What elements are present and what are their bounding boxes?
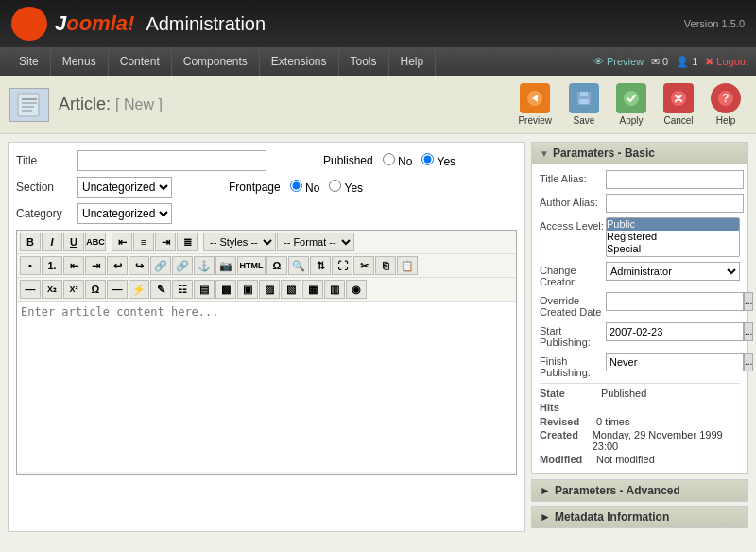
section-select[interactable]: Uncategorized (77, 177, 172, 198)
omega-btn[interactable]: Ω (85, 280, 106, 299)
unlink-btn[interactable]: 🔗 (172, 256, 193, 275)
html-btn[interactable]: HTML (237, 256, 266, 275)
nav-logout[interactable]: ✖ Logout (705, 56, 748, 68)
frontpage-yes-radio[interactable] (329, 180, 341, 192)
apply-btn-icon (616, 83, 646, 113)
frontpage-no-radio[interactable] (290, 180, 302, 192)
page-title: Article: [ New ] (59, 95, 163, 114)
row-btn[interactable]: ▣ (237, 280, 258, 299)
override-created-row: Override Created Date ... (540, 292, 740, 318)
access-level-select[interactable]: Public Registered Special (606, 217, 740, 257)
nav-users[interactable]: 👤 1 (676, 56, 697, 68)
dash-btn[interactable]: — (107, 280, 128, 299)
title-input[interactable] (77, 150, 266, 171)
delete-btn[interactable]: ▨ (259, 280, 280, 299)
cut-btn[interactable]: ✂ (353, 256, 374, 275)
ol-btn[interactable]: 1. (42, 256, 62, 275)
published-yes-label: Yes (421, 153, 455, 168)
search-btn[interactable]: 🔍 (288, 256, 309, 275)
nav-extensions[interactable]: Extensions (260, 47, 339, 76)
right-panel: ▼ Paramaters - Basic Title Alias: Author… (531, 142, 748, 532)
nav-tools[interactable]: Tools (339, 47, 389, 76)
align-left-btn[interactable]: ⇤ (112, 233, 132, 251)
nav-messages[interactable]: ✉ 0 (651, 56, 668, 68)
override-created-input[interactable] (606, 292, 744, 311)
hr-btn[interactable]: — (20, 280, 41, 299)
header: Joomla! Administration Version 1.5.0 (0, 0, 756, 47)
align-justify-btn[interactable]: ≣ (177, 233, 198, 251)
underline-btn[interactable]: U (63, 233, 84, 251)
cancel-button[interactable]: Cancel (658, 81, 699, 128)
published-label: Published (323, 154, 373, 167)
save-button[interactable]: Save (563, 81, 605, 128)
ul-btn[interactable]: • (20, 256, 41, 275)
pencil-btn[interactable]: ✎ (150, 280, 171, 299)
bold-btn[interactable]: B (20, 233, 41, 251)
title-alias-input[interactable] (606, 170, 744, 189)
align-right-btn[interactable]: ⇥ (155, 233, 176, 251)
preview-button[interactable]: Preview (512, 81, 558, 128)
metadata-section[interactable]: ► Metadata Information (531, 506, 748, 528)
finish-publishing-input[interactable]: Never (606, 353, 744, 371)
cellprop-btn[interactable]: ▩ (215, 280, 236, 299)
extra-btn[interactable]: ◉ (346, 280, 367, 299)
advanced-collapse-icon: ► (540, 484, 551, 497)
nav-help[interactable]: Help (389, 47, 437, 76)
paste-btn[interactable]: 📋 (397, 256, 418, 275)
apply-button[interactable]: Apply (610, 81, 652, 128)
cancel-btn-icon (663, 83, 694, 113)
flash-btn[interactable]: ⚡ (129, 280, 149, 299)
logout-icon: ✖ (705, 56, 713, 68)
author-alias-input[interactable] (606, 194, 744, 213)
redo-btn[interactable]: ↪ (129, 256, 149, 275)
admin-title: Administration (146, 13, 266, 35)
split-btn[interactable]: ▦ (302, 280, 323, 299)
modified-row: Modified Not modified (540, 454, 740, 465)
published-yes-radio[interactable] (421, 153, 434, 165)
table-btn[interactable]: ☷ (172, 280, 193, 299)
image-btn[interactable]: 📷 (215, 256, 236, 275)
params-basic-body: Title Alias: Author Alias: Access Level:… (532, 164, 747, 473)
category-select[interactable]: Uncategorized (77, 203, 172, 224)
subscript-btn[interactable]: X₂ (42, 280, 62, 299)
copy-btn[interactable]: ⎘ (375, 256, 396, 275)
link-btn[interactable]: 🔗 (150, 256, 171, 275)
fullscreen-btn[interactable]: ⛶ (332, 256, 352, 275)
strikethrough-btn[interactable]: ABC (85, 233, 106, 251)
help-button[interactable]: ? Help (705, 81, 747, 128)
replace-btn[interactable]: ⇅ (310, 256, 331, 275)
nav-site[interactable]: Site (8, 47, 51, 76)
collapse-icon: ▼ (540, 148, 549, 159)
change-creator-select[interactable]: Administrator (606, 262, 740, 281)
published-no-radio[interactable] (383, 153, 395, 165)
nav-menus[interactable]: Menus (51, 47, 109, 76)
finish-publishing-browse[interactable]: ... (744, 353, 753, 371)
svg-rect-0 (17, 12, 26, 22)
align-center-btn[interactable]: ≡ (133, 233, 154, 251)
nav-content[interactable]: Content (109, 47, 172, 76)
override-created-browse[interactable]: ... (744, 292, 753, 311)
undo-btn[interactable]: ↩ (107, 256, 128, 275)
superscript-btn[interactable]: X² (63, 280, 84, 299)
outdent-btn[interactable]: ⇤ (63, 256, 84, 275)
cell-btn[interactable]: ▤ (194, 280, 215, 299)
nav-preview[interactable]: 👁 Preview (593, 56, 644, 67)
params-advanced-section[interactable]: ► Parameters - Advanced (531, 479, 748, 502)
editor-toolbar: B I U ABC ⇤ ≡ ⇥ ≣ -- Styles -- -- Format… (16, 230, 517, 475)
anchor-btn[interactable]: ⚓ (194, 256, 215, 275)
start-publishing-browse[interactable]: ... (744, 322, 753, 341)
nav-components[interactable]: Components (172, 47, 260, 76)
top-nav: Site Menus Content Components Extensions… (0, 47, 756, 76)
format-select[interactable]: -- Format -- (277, 233, 354, 251)
article-editor[interactable] (17, 302, 516, 472)
state-row: State Published (540, 388, 740, 399)
article-icon (9, 88, 49, 122)
merge-btn[interactable]: ▥ (324, 280, 345, 299)
styles-select[interactable]: -- Styles -- (203, 233, 276, 251)
col-btn[interactable]: ▧ (281, 280, 301, 299)
start-publishing-input[interactable]: 2007-02-23 (606, 322, 744, 341)
char-btn[interactable]: Ω (266, 256, 287, 275)
frontpage-yes-label: Yes (329, 180, 363, 195)
indent-btn[interactable]: ⇥ (85, 256, 106, 275)
italic-btn[interactable]: I (42, 233, 62, 251)
